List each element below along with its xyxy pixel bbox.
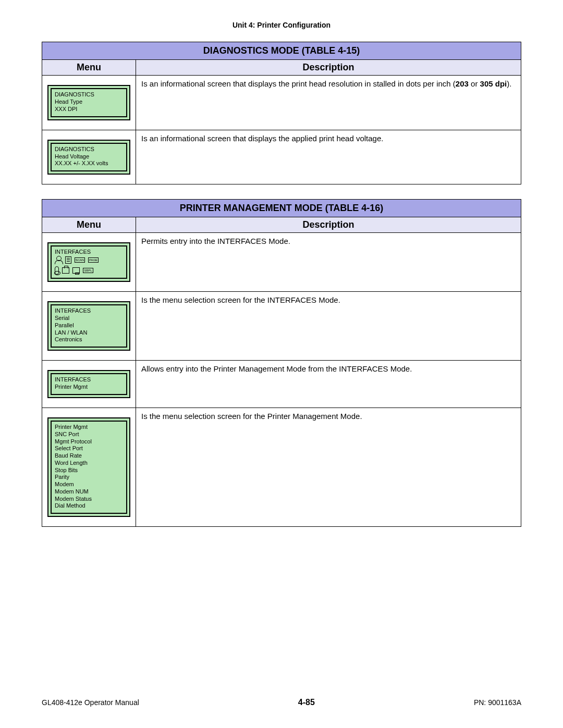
lcd-line: Parallel (55, 322, 123, 329)
sbpl-icon: SBPL (83, 268, 93, 273)
lcd-line: Modem (55, 481, 123, 488)
lcd-line: SNC Port (55, 431, 123, 438)
lcd-line: Printer Mgmt (55, 384, 123, 391)
lcd-line: Stop Bits (55, 467, 123, 474)
col-head-desc: Description (136, 217, 521, 233)
monitor-icon (72, 267, 80, 274)
footer-right: PN: 9001163A (474, 698, 521, 707)
desc-text: Is an informational screen that displays… (141, 79, 456, 88)
page-footer: GL408-412e Operator Manual 4-85 PN: 9001… (42, 698, 521, 707)
lcd-title: DIAGNOSTICS (55, 91, 123, 97)
lcd-screen: INTERFACES SCAN PAGE SBPL (47, 242, 130, 282)
lcd-line: Mgmt Protocol (55, 438, 123, 446)
printer-management-mode-table: PRINTER MANAGEMENT MODE (TABLE 4-16) Men… (42, 199, 521, 527)
lcd-line: Centronics (55, 336, 123, 343)
lcd-title: DIAGNOSTICS (55, 146, 123, 152)
lcd-line: Word Length (55, 460, 123, 467)
unit-header: Unit 4: Printer Configuration (42, 21, 521, 29)
lcd-line: Baud Rate (55, 452, 123, 460)
desc-text: or (469, 79, 480, 88)
lcd-line: Modem Status (55, 496, 123, 503)
table-title: PRINTER MANAGEMENT MODE (TABLE 4-16) (42, 200, 521, 217)
lcd-line: Dial Method (55, 502, 123, 510)
description-cell: Allows entry into the Printer Management… (136, 361, 521, 408)
lcd-line: XXX DPI (55, 106, 123, 113)
lcd-line: Head Voltage (55, 153, 123, 161)
person-icon (55, 256, 62, 264)
table-row: DIAGNOSTICS Head Type XXX DPI Is an info… (42, 76, 521, 130)
diagnostics-mode-table: DIAGNOSTICS MODE (TABLE 4-15) Menu Descr… (42, 42, 521, 184)
lcd-line: LAN / WLAN (55, 329, 123, 337)
scan-icon: SCAN (75, 257, 85, 263)
description-cell: Is the menu selection screen for the Pri… (136, 408, 521, 526)
lcd-line: XX.XX +/- X.XX volts (55, 160, 123, 167)
page-number: 4-85 (298, 698, 315, 707)
table-row: INTERFACES SCAN PAGE SBPL (42, 233, 521, 292)
lcd-screen: INTERFACES Printer Mgmt (47, 370, 130, 398)
col-head-desc: Description (136, 60, 521, 76)
col-head-menu: Menu (42, 217, 136, 233)
table-row: DIAGNOSTICS Head Voltage XX.XX +/- X.XX … (42, 130, 521, 184)
lcd-screen: Printer Mgmt SNC Port Mgmt Protocol Sele… (47, 417, 130, 517)
document-icon (65, 256, 71, 264)
thermometer-icon (55, 266, 59, 275)
table-row: INTERFACES Printer Mgmt Allows entry int… (42, 361, 521, 408)
table-row: Printer Mgmt SNC Port Mgmt Protocol Sele… (42, 408, 521, 526)
desc-bold: 203 (456, 79, 469, 88)
printer-icon (62, 267, 69, 274)
lcd-title: INTERFACES (55, 376, 123, 382)
page-icon: PAGE (88, 257, 99, 263)
lcd-line: Select Port (55, 445, 123, 452)
table-row: INTERFACES Serial Parallel LAN / WLAN Ce… (42, 292, 521, 361)
lcd-screen: DIAGNOSTICS Head Voltage XX.XX +/- X.XX … (47, 140, 130, 175)
lcd-title: INTERFACES (55, 307, 123, 314)
description-cell: Is an informational screen that displays… (136, 76, 521, 130)
lcd-title: Printer Mgmt (55, 424, 123, 430)
lcd-line: Parity (55, 474, 123, 481)
lcd-title: INTERFACES (55, 249, 123, 255)
table-title: DIAGNOSTICS MODE (TABLE 4-15) (42, 42, 521, 60)
desc-text: ). (507, 79, 511, 88)
description-cell: Permits entry into the INTERFACES Mode. (136, 233, 521, 292)
lcd-line: Serial (55, 315, 123, 322)
description-cell: Is the menu selection screen for the INT… (136, 292, 521, 361)
desc-bold: 305 dpi (480, 79, 507, 88)
lcd-line: Head Type (55, 98, 123, 106)
lcd-line: Modem NUM (55, 488, 123, 496)
lcd-screen: INTERFACES Serial Parallel LAN / WLAN Ce… (47, 301, 130, 351)
col-head-menu: Menu (42, 60, 136, 76)
footer-left: GL408-412e Operator Manual (42, 698, 139, 707)
description-cell: Is an informational screen that displays… (136, 130, 521, 184)
lcd-screen: DIAGNOSTICS Head Type XXX DPI (47, 85, 130, 120)
